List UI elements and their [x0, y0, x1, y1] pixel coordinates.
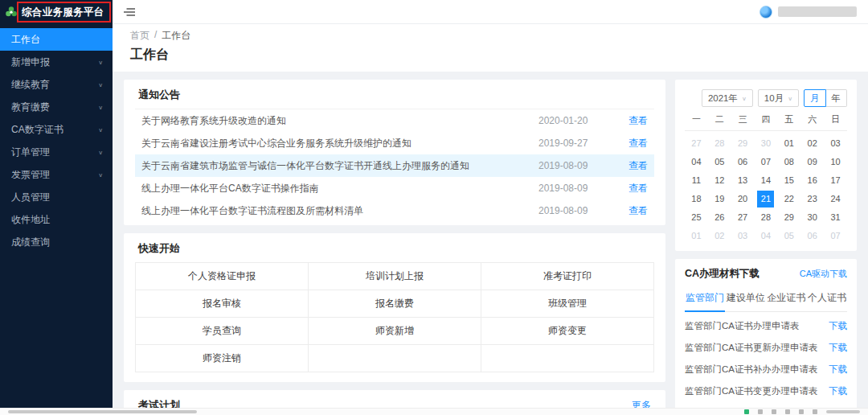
calendar-date-cell[interactable]: 22 — [780, 191, 797, 208]
calendar-date-cell[interactable]: 28 — [711, 135, 728, 152]
quickstart-item[interactable]: 班级管理 — [481, 290, 654, 318]
sidebar-item-new-declaration[interactable]: 新增申报 ∨ — [0, 51, 113, 73]
notice-row[interactable]: 线上办理一体化平台CA数字证书操作指南 2019-08-09 查看 — [135, 177, 654, 199]
quickstart-item[interactable]: 师资变更 — [481, 318, 654, 345]
calendar-date-cell[interactable]: 29 — [780, 209, 797, 226]
calendar-date-cell[interactable]: 25 — [688, 209, 705, 226]
sidebar-item-orders[interactable]: 订单管理 ∨ — [0, 141, 113, 163]
calendar-date-cell[interactable]: 01 — [688, 228, 705, 244]
breadcrumb-home[interactable]: 首页 — [130, 29, 149, 43]
year-select[interactable]: 2021年 ∨ — [702, 89, 753, 107]
tab-regulator[interactable]: 监管部门 — [685, 287, 725, 312]
calendar-date-cell[interactable]: 13 — [735, 172, 751, 189]
calendar-date-cell[interactable]: 29 — [735, 135, 751, 152]
sidebar-item-workbench[interactable]: 工作台 — [0, 28, 113, 51]
calendar-date-cell[interactable]: 17 — [827, 172, 844, 189]
quickstart-grid: 个人资格证申报 培训计划上报 准考证打印 报名审核 报名缴费 班级管理 学员查询… — [135, 262, 654, 372]
footer-strip — [0, 408, 868, 415]
month-mode-button[interactable]: 月 — [804, 89, 826, 107]
calendar-date-cell[interactable]: 11 — [688, 172, 705, 189]
calendar-date-cell[interactable]: 02 — [711, 228, 728, 244]
calendar-date-cell[interactable]: 12 — [711, 172, 728, 189]
quickstart-item[interactable]: 准考证打印 — [481, 263, 654, 290]
calendar-date-cell[interactable]: 20 — [735, 191, 751, 208]
tab-personal-cert[interactable]: 个人证书 — [807, 287, 847, 311]
calendar-date-cell[interactable]: 03 — [735, 228, 751, 244]
calendar-date-cell[interactable]: 31 — [827, 209, 844, 226]
calendar-date-cell[interactable]: 10 — [827, 154, 844, 171]
tab-enterprise-cert[interactable]: 企业证书 — [766, 287, 806, 311]
sidebar-item-scores[interactable]: 成绩查询 — [0, 231, 113, 253]
user-area[interactable] — [760, 6, 857, 18]
notice-view-link[interactable]: 查看 — [608, 159, 648, 173]
calendar-selected-date[interactable]: 21 — [757, 191, 774, 208]
calendar-date-cell[interactable]: 30 — [757, 135, 774, 152]
sidebar-item-personnel[interactable]: 人员管理 — [0, 186, 113, 208]
quickstart-card: 快速开始 个人资格证申报 培训计划上报 准考证打印 报名审核 报名缴费 班级管理… — [124, 233, 665, 382]
ca-material-row: 监管部门CA证书办理申请表 下载 — [685, 315, 847, 337]
calendar-date-cell[interactable]: 27 — [735, 209, 751, 226]
calendar-date-cell[interactable]: 07 — [827, 228, 844, 244]
quickstart-item[interactable]: 个人资格证申报 — [136, 263, 309, 290]
sidebar-item-continuing-education[interactable]: 继续教育 ∨ — [0, 73, 113, 96]
calendar-date-cell[interactable]: 04 — [757, 228, 774, 244]
notice-card-title: 通知公告 — [135, 86, 654, 109]
year-mode-button[interactable]: 年 — [826, 89, 848, 107]
download-link[interactable]: 下载 — [829, 364, 847, 376]
download-link[interactable]: 下载 — [829, 320, 847, 332]
notice-view-link[interactable]: 查看 — [608, 204, 648, 218]
calendar-date-cell[interactable]: 07 — [757, 154, 774, 171]
calendar-date-cell[interactable]: 30 — [804, 209, 821, 226]
download-link[interactable]: 下载 — [829, 385, 847, 397]
calendar-date-cell[interactable]: 28 — [757, 209, 774, 226]
tab-construction-unit[interactable]: 建设单位 — [726, 287, 766, 311]
notice-row[interactable]: 关于云南省建设注册考试中心综合业务服务系统升级维护的通知 2019-09-27 … — [135, 132, 654, 154]
calendar-date-cell[interactable]: 06 — [735, 154, 751, 171]
quickstart-item[interactable]: 师资注销 — [136, 345, 309, 372]
calendar-date-cell[interactable]: 26 — [711, 209, 728, 226]
menu-fold-icon[interactable] — [124, 7, 135, 17]
calendar-date-cell[interactable]: 08 — [780, 154, 797, 171]
notice-view-link[interactable]: 查看 — [608, 137, 648, 150]
calendar-date-cell[interactable]: 05 — [780, 228, 797, 244]
top-header — [113, 0, 868, 24]
sidebar-item-education-fees[interactable]: 教育缴费 ∨ — [0, 96, 113, 118]
calendar-date-cell[interactable]: 19 — [711, 191, 728, 208]
calendar-date-cell[interactable]: 09 — [804, 154, 821, 171]
ca-driver-download-link[interactable]: CA驱动下载 — [800, 268, 847, 280]
sidebar-item-address[interactable]: 收件地址 — [0, 208, 113, 231]
calendar-date-cell[interactable]: 27 — [688, 135, 705, 152]
calendar-date-cell[interactable]: 15 — [780, 172, 797, 189]
calendar-date-cell[interactable]: 03 — [827, 135, 844, 152]
notice-view-link[interactable]: 查看 — [608, 114, 648, 128]
notice-row[interactable]: 线上办理一体化平台数字证书流程图及所需材料清单 2019-08-09 查看 — [135, 199, 654, 222]
calendar-date-cell[interactable]: 01 — [780, 135, 797, 152]
quickstart-item[interactable]: 报名审核 — [136, 290, 309, 318]
calendar-date-cell[interactable]: 05 — [711, 154, 728, 171]
calendar-date-cell[interactable]: 18 — [688, 191, 705, 208]
quickstart-item[interactable]: 师资新增 — [309, 318, 481, 345]
app-logo: 综合业务服务平台 — [0, 0, 113, 24]
sidebar-item-invoices[interactable]: 发票管理 ∨ — [0, 163, 113, 186]
notice-view-link[interactable]: 查看 — [608, 182, 648, 195]
sidebar-item-ca-certificates[interactable]: CA数字证书 ∨ — [0, 118, 113, 141]
calendar-date-cell[interactable]: 06 — [804, 228, 821, 244]
calendar-date-cell[interactable]: 14 — [757, 172, 774, 189]
calendar-date-cell[interactable]: 16 — [804, 172, 821, 189]
footer-copyright-redacted — [826, 410, 860, 413]
calendar-date-cell[interactable]: 23 — [804, 191, 821, 208]
calendar-date-cell[interactable]: 24 — [827, 191, 844, 208]
download-link[interactable]: 下载 — [829, 342, 847, 354]
calendar-date-cell[interactable]: 04 — [688, 154, 705, 171]
calendar-date-cell[interactable]: 02 — [804, 135, 821, 152]
quickstart-item[interactable]: 报名缴费 — [309, 290, 481, 318]
notice-row-highlighted[interactable]: 关于云南省建筑市场监管与诚信一体化平台数字证书开通线上办理服务的通知 2019-… — [135, 154, 654, 177]
quickstart-item[interactable]: 培训计划上报 — [309, 263, 481, 290]
quickstart-card-title: 快速开始 — [135, 240, 654, 262]
notice-row[interactable]: 关于网络教育系统升级改造的通知 2020-01-20 查看 — [135, 109, 654, 132]
notice-title: 线上办理一体化平台CA数字证书操作指南 — [141, 182, 538, 195]
month-select[interactable]: 10月 ∨ — [758, 89, 799, 107]
quickstart-item[interactable]: 学员查询 — [136, 318, 309, 345]
left-column: 通知公告 关于网络教育系统升级改造的通知 2020-01-20 查看 关于云南省… — [124, 80, 665, 415]
chevron-down-icon: ∨ — [98, 171, 103, 178]
